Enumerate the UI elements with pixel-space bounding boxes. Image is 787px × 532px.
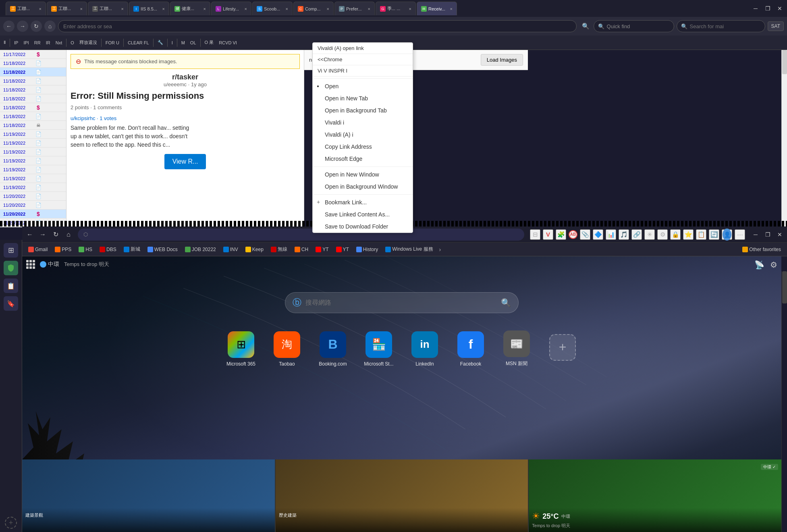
- ctx-item-new-tab[interactable]: Open in New Tab: [313, 92, 413, 104]
- settings-icon[interactable]: ⚙: [770, 260, 777, 270]
- other-favorites[interactable]: Other favorites: [739, 245, 784, 254]
- tab-close-9[interactable]: ×: [368, 6, 370, 11]
- date-text-14[interactable]: 11/19/2022: [3, 167, 33, 172]
- date-text-19[interactable]: 11/20/2022: [3, 212, 33, 216]
- ext-5[interactable]: 📎: [580, 229, 590, 240]
- app-booking[interactable]: B Booking.com: [315, 331, 351, 367]
- extensions-icon[interactable]: 🧩: [556, 229, 566, 240]
- tool-foru[interactable]: FOR U: [104, 39, 121, 46]
- bottom-restore-btn[interactable]: ❐: [762, 229, 773, 240]
- sidebar-icon-layers[interactable]: 📋: [4, 278, 18, 293]
- sidebar-icon-bookmark[interactable]: 🔖: [4, 296, 18, 311]
- ext-8[interactable]: 🎵: [619, 229, 629, 240]
- bm-webdocs[interactable]: WEB Docs: [145, 245, 181, 254]
- search-input[interactable]: [690, 23, 746, 29]
- nine-dots-icon[interactable]: [26, 260, 35, 269]
- ext-6[interactable]: 🔷: [593, 229, 603, 240]
- ctx-item-vivaldi-i[interactable]: Vivaldi i: [313, 116, 413, 129]
- news-thumb-1[interactable]: 建築景觀: [22, 459, 275, 532]
- date-text-10[interactable]: 11/19/2022: [3, 132, 33, 137]
- tool-wrench[interactable]: 🔧: [156, 39, 165, 46]
- quick-find-input[interactable]: [632, 23, 656, 29]
- ctx-item-vivaldi-a[interactable]: Vivaldi (A) i: [313, 129, 413, 141]
- tab-10[interactable]: G 季... ... ×: [376, 2, 416, 15]
- tab-11[interactable]: ✉ Receiv... ×: [417, 2, 457, 15]
- tab-close-7[interactable]: ×: [286, 6, 288, 11]
- menu-btn[interactable]: ⋯: [735, 229, 745, 240]
- ctx-item-ms-edge[interactable]: Microsoft Edge: [313, 153, 413, 165]
- date-text-18[interactable]: 11/20/2022: [3, 203, 33, 208]
- date-text-4[interactable]: 11/18/2022: [3, 79, 33, 83]
- tab-close-6[interactable]: ×: [245, 6, 247, 11]
- tool-ipi[interactable]: IPI: [21, 39, 31, 46]
- home-btn[interactable]: ⌂: [44, 21, 56, 32]
- tool-rcvdvi[interactable]: RCVD VI: [217, 39, 239, 46]
- tab-close-8[interactable]: ×: [327, 6, 329, 11]
- view-reply-button[interactable]: View R...: [164, 154, 206, 169]
- back-btn[interactable]: ←: [3, 21, 15, 32]
- bottom-minimize-btn[interactable]: ─: [750, 229, 761, 240]
- bm-more-btn[interactable]: ›: [438, 245, 443, 254]
- bm-ch[interactable]: CH: [292, 245, 311, 254]
- bm-hs[interactable]: HS: [76, 245, 95, 254]
- adblock-icon[interactable]: AB: [569, 230, 577, 239]
- close-btn[interactable]: ✕: [774, 3, 785, 14]
- ext-10[interactable]: ✳: [644, 229, 655, 240]
- bottom-forward-btn[interactable]: →: [37, 229, 49, 241]
- restore-btn[interactable]: ❐: [762, 3, 773, 14]
- tool-o1[interactable]: O: [69, 39, 76, 46]
- refresh-btn[interactable]: ↻: [31, 21, 42, 32]
- tab-close-5[interactable]: ×: [203, 6, 206, 11]
- tab-3[interactable]: 工 工聯... ×: [88, 2, 128, 15]
- tool-rr[interactable]: RR: [32, 39, 43, 46]
- sat-button[interactable]: SAT: [768, 21, 784, 31]
- date-text-7[interactable]: 11/18/2022: [3, 105, 33, 110]
- bm-dbs[interactable]: DBS: [97, 245, 119, 254]
- tool-ir[interactable]: IR: [44, 39, 52, 46]
- tab-4[interactable]: I IIS 8.5... ×: [129, 2, 169, 15]
- bm-wireless[interactable]: 無線: [268, 245, 290, 254]
- bm-gmail[interactable]: Gmail: [25, 245, 50, 254]
- ctx-item-open[interactable]: Open: [313, 80, 413, 92]
- date-text-17[interactable]: 11/20/2022: [3, 194, 33, 199]
- news-thumb-3[interactable]: 中環 ✓ ☀ 25°C 中環 Temps to drop 明天: [528, 459, 781, 532]
- tab-7[interactable]: S Scoob... ×: [252, 2, 293, 15]
- minimize-btn[interactable]: ─: [750, 3, 761, 14]
- tool-ii[interactable]: Ⅱ: [2, 39, 8, 46]
- right-scrollbar[interactable]: [781, 50, 787, 227]
- tab-close-11[interactable]: ×: [450, 6, 453, 11]
- app-facebook[interactable]: f Facebook: [453, 331, 489, 367]
- tool-ol[interactable]: OL: [188, 39, 198, 46]
- bm-inv[interactable]: INV: [220, 245, 241, 254]
- tab-close-3[interactable]: ×: [121, 6, 124, 11]
- tool-m[interactable]: M: [179, 39, 187, 46]
- date-text-13[interactable]: 11/19/2022: [3, 158, 33, 163]
- ctx-item-bookmark[interactable]: Bookmark Link...: [313, 196, 413, 208]
- app-microsoft365[interactable]: ⊞ Microsoft 365: [223, 331, 259, 367]
- ctx-item-save-download[interactable]: Save to Download Folder: [313, 220, 413, 233]
- bm-pps[interactable]: PPS: [52, 245, 74, 254]
- bm-keep[interactable]: Keep: [243, 245, 266, 254]
- date-text-12[interactable]: 11/19/2022: [3, 150, 33, 154]
- tab-2[interactable]: 工 工聯... ×: [47, 2, 87, 15]
- date-text-11[interactable]: 11/19/2022: [3, 141, 33, 145]
- date-text-16[interactable]: 11/19/2022: [3, 185, 33, 190]
- split-icon[interactable]: ⊟: [530, 229, 540, 240]
- ext-7[interactable]: 📊: [606, 229, 616, 240]
- bm-newcity[interactable]: 新城: [121, 245, 143, 254]
- profile-btn[interactable]: 👤: [722, 229, 732, 240]
- sidebar-icon-grid[interactable]: ⊞: [4, 243, 18, 258]
- bottom-url-bar[interactable]: ⬡: [78, 229, 524, 241]
- app-taobao[interactable]: 淘 Taobao: [269, 331, 305, 367]
- wifi-icon[interactable]: 📡: [754, 260, 764, 270]
- tab-close-4[interactable]: ×: [162, 6, 165, 11]
- ext-13[interactable]: ⭐: [683, 229, 694, 240]
- tab-close-10[interactable]: ×: [409, 6, 411, 11]
- newtab-search-btn[interactable]: 🔍: [501, 298, 511, 308]
- tab-close-2[interactable]: ×: [80, 6, 83, 11]
- app-linkedin[interactable]: in LinkedIn: [407, 331, 443, 367]
- address-input[interactable]: [58, 20, 577, 32]
- news-thumb-2[interactable]: 歷史建築: [275, 459, 528, 532]
- ext-9[interactable]: 🔗: [631, 229, 642, 240]
- tab-9[interactable]: P Prefer... ×: [334, 2, 375, 15]
